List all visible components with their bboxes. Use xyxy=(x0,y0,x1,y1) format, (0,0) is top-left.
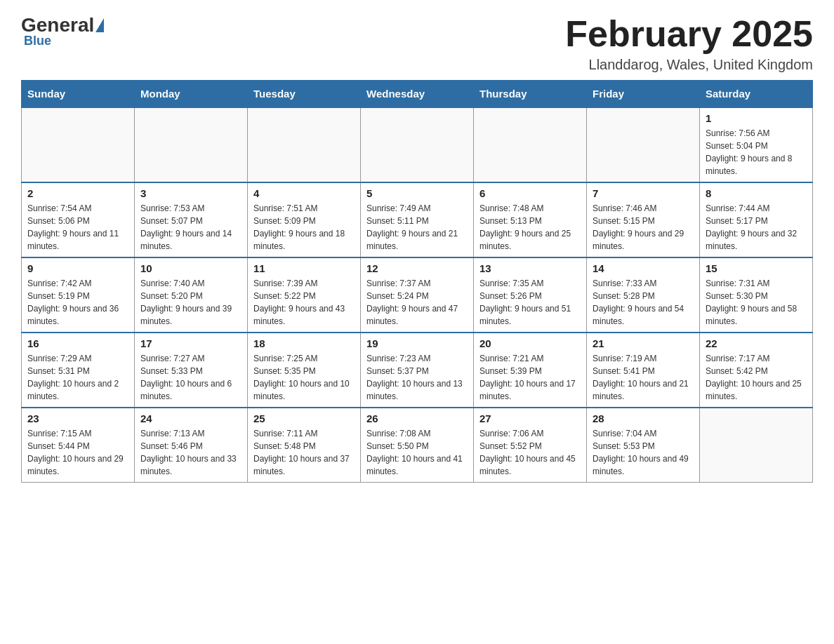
day-number: 17 xyxy=(140,337,241,349)
day-info: Sunrise: 7:49 AMSunset: 5:11 PMDaylight:… xyxy=(366,202,468,253)
week-row-4: 16Sunrise: 7:29 AMSunset: 5:31 PMDayligh… xyxy=(22,333,813,408)
day-info: Sunrise: 7:37 AMSunset: 5:24 PMDaylight:… xyxy=(366,277,468,328)
logo-blue-text: Blue xyxy=(24,34,51,48)
calendar-cell: 24Sunrise: 7:13 AMSunset: 5:46 PMDayligh… xyxy=(135,408,248,483)
calendar-cell xyxy=(474,107,587,182)
day-number: 22 xyxy=(706,337,807,349)
calendar-cell xyxy=(700,408,813,483)
day-number: 14 xyxy=(593,262,694,274)
day-number: 15 xyxy=(706,262,807,274)
day-number: 7 xyxy=(593,187,694,199)
day-number: 24 xyxy=(140,412,241,424)
day-info: Sunrise: 7:23 AMSunset: 5:37 PMDaylight:… xyxy=(366,352,468,403)
day-number: 4 xyxy=(253,187,355,199)
week-row-1: 1Sunrise: 7:56 AMSunset: 5:04 PMDaylight… xyxy=(22,107,813,182)
calendar-cell xyxy=(361,107,474,182)
day-info: Sunrise: 7:29 AMSunset: 5:31 PMDaylight:… xyxy=(27,352,128,403)
day-number: 2 xyxy=(27,187,128,199)
day-info: Sunrise: 7:11 AMSunset: 5:48 PMDaylight:… xyxy=(253,427,355,478)
day-info: Sunrise: 7:04 AMSunset: 5:53 PMDaylight:… xyxy=(593,427,694,478)
day-info: Sunrise: 7:39 AMSunset: 5:22 PMDaylight:… xyxy=(253,277,355,328)
calendar-cell: 15Sunrise: 7:31 AMSunset: 5:30 PMDayligh… xyxy=(700,257,813,333)
week-row-2: 2Sunrise: 7:54 AMSunset: 5:06 PMDaylight… xyxy=(22,182,813,257)
calendar-cell xyxy=(22,107,135,182)
header-tuesday: Tuesday xyxy=(248,81,361,108)
day-number: 16 xyxy=(27,337,128,349)
calendar-cell: 23Sunrise: 7:15 AMSunset: 5:44 PMDayligh… xyxy=(22,408,135,483)
calendar-cell: 2Sunrise: 7:54 AMSunset: 5:06 PMDaylight… xyxy=(22,182,135,257)
day-number: 1 xyxy=(706,112,807,124)
day-number: 25 xyxy=(253,412,355,424)
day-info: Sunrise: 7:53 AMSunset: 5:07 PMDaylight:… xyxy=(140,202,241,253)
header-sunday: Sunday xyxy=(22,81,135,108)
calendar-cell xyxy=(248,107,361,182)
day-info: Sunrise: 7:56 AMSunset: 5:04 PMDaylight:… xyxy=(706,127,807,177)
day-number: 20 xyxy=(479,337,581,349)
calendar-cell: 27Sunrise: 7:06 AMSunset: 5:52 PMDayligh… xyxy=(474,408,587,483)
logo-triangle-icon xyxy=(95,18,104,32)
day-number: 8 xyxy=(706,187,807,199)
header-monday: Monday xyxy=(135,81,248,108)
calendar-cell: 20Sunrise: 7:21 AMSunset: 5:39 PMDayligh… xyxy=(474,333,587,408)
calendar-cell: 4Sunrise: 7:51 AMSunset: 5:09 PMDaylight… xyxy=(248,182,361,257)
day-info: Sunrise: 7:46 AMSunset: 5:15 PMDaylight:… xyxy=(593,202,694,253)
title-block: February 2025 Llanddarog, Wales, United … xyxy=(565,14,813,73)
day-number: 9 xyxy=(27,262,128,274)
calendar-cell: 16Sunrise: 7:29 AMSunset: 5:31 PMDayligh… xyxy=(22,333,135,408)
calendar-cell: 7Sunrise: 7:46 AMSunset: 5:15 PMDaylight… xyxy=(587,182,700,257)
header-saturday: Saturday xyxy=(700,81,813,108)
calendar-table: Sunday Monday Tuesday Wednesday Thursday… xyxy=(21,80,813,483)
calendar-cell: 14Sunrise: 7:33 AMSunset: 5:28 PMDayligh… xyxy=(587,257,700,333)
day-info: Sunrise: 7:19 AMSunset: 5:41 PMDaylight:… xyxy=(593,352,694,403)
calendar-cell: 6Sunrise: 7:48 AMSunset: 5:13 PMDaylight… xyxy=(474,182,587,257)
day-info: Sunrise: 7:51 AMSunset: 5:09 PMDaylight:… xyxy=(253,202,355,253)
day-info: Sunrise: 7:44 AMSunset: 5:17 PMDaylight:… xyxy=(706,202,807,253)
day-number: 21 xyxy=(593,337,694,349)
calendar-cell: 10Sunrise: 7:40 AMSunset: 5:20 PMDayligh… xyxy=(135,257,248,333)
day-number: 3 xyxy=(140,187,241,199)
logo: General Blue xyxy=(21,14,105,48)
header-wednesday: Wednesday xyxy=(361,81,474,108)
day-number: 28 xyxy=(593,412,694,424)
days-header-row: Sunday Monday Tuesday Wednesday Thursday… xyxy=(22,81,813,108)
day-info: Sunrise: 7:06 AMSunset: 5:52 PMDaylight:… xyxy=(479,427,581,478)
day-info: Sunrise: 7:27 AMSunset: 5:33 PMDaylight:… xyxy=(140,352,241,403)
calendar-cell: 5Sunrise: 7:49 AMSunset: 5:11 PMDaylight… xyxy=(361,182,474,257)
calendar-cell: 13Sunrise: 7:35 AMSunset: 5:26 PMDayligh… xyxy=(474,257,587,333)
day-info: Sunrise: 7:17 AMSunset: 5:42 PMDaylight:… xyxy=(706,352,807,403)
day-number: 5 xyxy=(366,187,468,199)
header-thursday: Thursday xyxy=(474,81,587,108)
calendar-cell: 11Sunrise: 7:39 AMSunset: 5:22 PMDayligh… xyxy=(248,257,361,333)
month-title: February 2025 xyxy=(565,14,813,54)
week-row-3: 9Sunrise: 7:42 AMSunset: 5:19 PMDaylight… xyxy=(22,257,813,333)
location-text: Llanddarog, Wales, United Kingdom xyxy=(565,57,813,73)
day-number: 10 xyxy=(140,262,241,274)
calendar-cell: 22Sunrise: 7:17 AMSunset: 5:42 PMDayligh… xyxy=(700,333,813,408)
day-info: Sunrise: 7:15 AMSunset: 5:44 PMDaylight:… xyxy=(27,427,128,478)
day-number: 6 xyxy=(479,187,581,199)
calendar-cell: 9Sunrise: 7:42 AMSunset: 5:19 PMDaylight… xyxy=(22,257,135,333)
day-info: Sunrise: 7:42 AMSunset: 5:19 PMDaylight:… xyxy=(27,277,128,328)
calendar-cell: 26Sunrise: 7:08 AMSunset: 5:50 PMDayligh… xyxy=(361,408,474,483)
day-info: Sunrise: 7:33 AMSunset: 5:28 PMDaylight:… xyxy=(593,277,694,328)
week-row-5: 23Sunrise: 7:15 AMSunset: 5:44 PMDayligh… xyxy=(22,408,813,483)
day-number: 13 xyxy=(479,262,581,274)
calendar-cell: 28Sunrise: 7:04 AMSunset: 5:53 PMDayligh… xyxy=(587,408,700,483)
day-number: 26 xyxy=(366,412,468,424)
calendar-cell xyxy=(587,107,700,182)
calendar-cell: 3Sunrise: 7:53 AMSunset: 5:07 PMDaylight… xyxy=(135,182,248,257)
day-number: 18 xyxy=(253,337,355,349)
day-info: Sunrise: 7:13 AMSunset: 5:46 PMDaylight:… xyxy=(140,427,241,478)
day-info: Sunrise: 7:35 AMSunset: 5:26 PMDaylight:… xyxy=(479,277,581,328)
day-info: Sunrise: 7:48 AMSunset: 5:13 PMDaylight:… xyxy=(479,202,581,253)
day-info: Sunrise: 7:08 AMSunset: 5:50 PMDaylight:… xyxy=(366,427,468,478)
calendar-cell: 25Sunrise: 7:11 AMSunset: 5:48 PMDayligh… xyxy=(248,408,361,483)
calendar-cell: 1Sunrise: 7:56 AMSunset: 5:04 PMDaylight… xyxy=(700,107,813,182)
day-info: Sunrise: 7:25 AMSunset: 5:35 PMDaylight:… xyxy=(253,352,355,403)
header-friday: Friday xyxy=(587,81,700,108)
day-info: Sunrise: 7:31 AMSunset: 5:30 PMDaylight:… xyxy=(706,277,807,328)
day-number: 27 xyxy=(479,412,581,424)
calendar-cell: 19Sunrise: 7:23 AMSunset: 5:37 PMDayligh… xyxy=(361,333,474,408)
day-info: Sunrise: 7:21 AMSunset: 5:39 PMDaylight:… xyxy=(479,352,581,403)
calendar-cell xyxy=(135,107,248,182)
